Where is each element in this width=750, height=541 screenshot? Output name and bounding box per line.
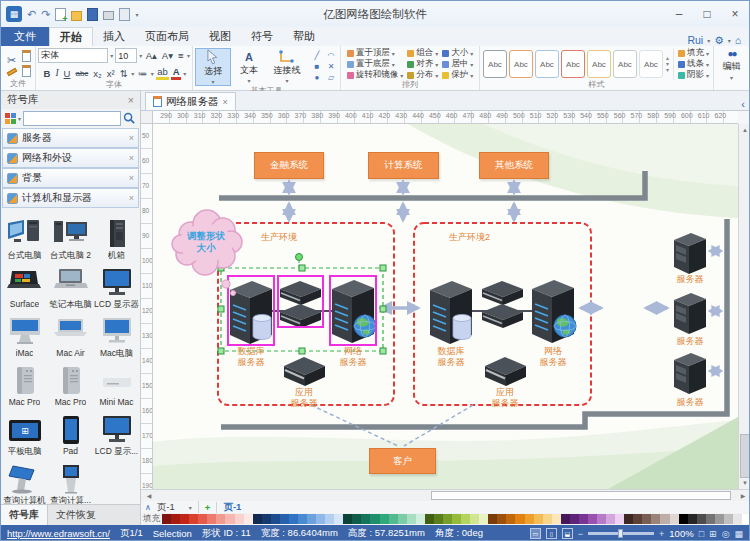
palette-swatch[interactable]: [470, 514, 479, 524]
palette-swatch[interactable]: [724, 514, 733, 524]
palette-swatch[interactable]: [189, 514, 198, 524]
search-icon[interactable]: [123, 112, 136, 125]
library-logo-icon[interactable]: [5, 113, 16, 124]
library-section-servers[interactable]: 服务器×: [2, 128, 139, 148]
collapse-pages-icon[interactable]: ∧: [145, 503, 151, 512]
palette-swatch[interactable]: [407, 514, 416, 524]
palette-swatch[interactable]: [235, 514, 244, 524]
grow-font-button[interactable]: A▴: [144, 50, 158, 61]
tab-page-layout[interactable]: 页面布局: [135, 27, 199, 46]
zoom-slider-thumb[interactable]: [618, 529, 623, 538]
palette-swatch[interactable]: [216, 514, 225, 524]
arrange-item[interactable]: 旋转和镜像▾: [347, 70, 404, 80]
redo-icon[interactable]: ↷: [41, 7, 50, 21]
font-family-select[interactable]: 宋体: [38, 48, 108, 63]
palette-swatch[interactable]: [606, 514, 615, 524]
switch2-stack-top[interactable]: [482, 281, 523, 305]
pen-tool-icon[interactable]: ▱: [324, 73, 338, 84]
palette-swatch[interactable]: [597, 514, 606, 524]
palette-swatch[interactable]: [343, 514, 352, 524]
style-sample[interactable]: Abc: [587, 50, 611, 78]
arrange-item[interactable]: 置于底层▾: [347, 59, 404, 69]
style-gallery-scroll[interactable]: ▴▾▾: [664, 55, 671, 73]
palette-swatch[interactable]: [534, 514, 543, 524]
page-dropdown[interactable]: 页-1▾: [157, 501, 199, 514]
tab-view[interactable]: 视图: [199, 27, 241, 46]
palette-swatch[interactable]: [515, 514, 524, 524]
palette-swatch[interactable]: [679, 514, 688, 524]
scroll-up-icon[interactable]: ▲: [739, 124, 750, 136]
palette-swatch[interactable]: [271, 514, 280, 524]
palette-swatch[interactable]: [298, 514, 307, 524]
palette-swatch[interactable]: [706, 514, 715, 524]
horizontal-scrollbar[interactable]: ◀ ▶: [141, 489, 750, 501]
zoom-slider[interactable]: [588, 532, 654, 535]
style-tool-阴影[interactable]: 阴影▾: [678, 70, 709, 80]
palette-swatch[interactable]: [171, 514, 180, 524]
tab-symbol-library[interactable]: 符号库: [1, 505, 48, 525]
library-item[interactable]: 查询计算...: [48, 457, 94, 506]
shrink-font-button[interactable]: A▾: [160, 50, 174, 61]
palette-swatch[interactable]: [588, 514, 597, 524]
library-item[interactable]: Surface: [2, 261, 48, 310]
arrange-item[interactable]: 保护▾: [442, 70, 473, 80]
palette-swatch[interactable]: [624, 514, 633, 524]
collapse-ribbon-icon[interactable]: ⌂: [735, 34, 741, 46]
library-item[interactable]: LCD 显示器: [94, 261, 140, 310]
arrange-item[interactable]: 大小▾: [442, 48, 473, 58]
underline-button[interactable]: U: [62, 68, 72, 79]
arc-tool-icon[interactable]: ◠: [324, 51, 338, 62]
style-tool-线条[interactable]: 线条▾: [678, 59, 709, 69]
palette-swatch[interactable]: [325, 514, 334, 524]
edrawsoft-link[interactable]: http://www.edrawsoft.cn/: [7, 528, 110, 539]
settings-gear-icon[interactable]: ⚙: [714, 34, 723, 46]
palette-swatch[interactable]: [380, 514, 389, 524]
superscript-button[interactable]: x²: [105, 68, 116, 79]
client-box[interactable]: 客户: [369, 448, 436, 474]
arrange-item[interactable]: 居中▾: [442, 59, 473, 69]
style-sample[interactable]: Abc: [561, 50, 585, 78]
zoom-out-icon[interactable]: −: [578, 529, 583, 539]
print-icon[interactable]: [103, 11, 114, 20]
section-close-icon[interactable]: ×: [129, 153, 134, 163]
palette-swatch[interactable]: [670, 514, 679, 524]
symbol-search-input[interactable]: [23, 111, 121, 126]
rack-server3-shape[interactable]: [674, 353, 706, 394]
select-tool-button[interactable]: 选择▾: [195, 48, 231, 86]
library-item[interactable]: Mac Pro: [2, 359, 48, 408]
switch2-stack-bottom[interactable]: [482, 304, 523, 328]
palette-swatch[interactable]: [742, 514, 750, 524]
save-icon[interactable]: [87, 8, 98, 21]
palette-swatch[interactable]: [615, 514, 624, 524]
subscript-button[interactable]: x₂: [92, 68, 103, 79]
fit-width-icon[interactable]: ⊞: [709, 529, 717, 539]
view-normal-icon[interactable]: ▭: [530, 528, 541, 539]
italic-button[interactable]: I: [54, 68, 60, 78]
font-size-select[interactable]: 10: [115, 48, 137, 63]
palette-swatch[interactable]: [552, 514, 561, 524]
palette-swatch[interactable]: [443, 514, 452, 524]
style-sample[interactable]: Abc: [483, 50, 507, 78]
page-tab-active[interactable]: 页-1: [223, 501, 241, 514]
library-item[interactable]: 机箱: [94, 212, 140, 261]
palette-swatch[interactable]: [334, 514, 343, 524]
style-sample[interactable]: Abc: [509, 50, 533, 78]
qat-dropdown-icon[interactable]: ▾: [135, 11, 138, 18]
palette-swatch[interactable]: [434, 514, 443, 524]
palette-swatch[interactable]: [697, 514, 706, 524]
paste-icon[interactable]: [22, 50, 31, 62]
palette-swatch[interactable]: [225, 514, 234, 524]
palette-swatch[interactable]: [253, 514, 262, 524]
line-spacing-button[interactable]: ⇅: [118, 68, 129, 79]
maximize-button[interactable]: □: [693, 3, 721, 25]
palette-swatch[interactable]: [307, 514, 316, 524]
minimize-button[interactable]: –: [665, 3, 693, 25]
zoom-in-icon[interactable]: +: [659, 529, 664, 539]
palette-swatch[interactable]: [488, 514, 497, 524]
library-item[interactable]: Pad: [48, 408, 94, 457]
account-name[interactable]: Rui: [687, 34, 703, 46]
open-file-icon[interactable]: [71, 11, 82, 21]
grid-view-icon[interactable]: ▦: [734, 529, 743, 539]
palette-swatch[interactable]: [244, 514, 253, 524]
palette-swatch[interactable]: [688, 514, 697, 524]
